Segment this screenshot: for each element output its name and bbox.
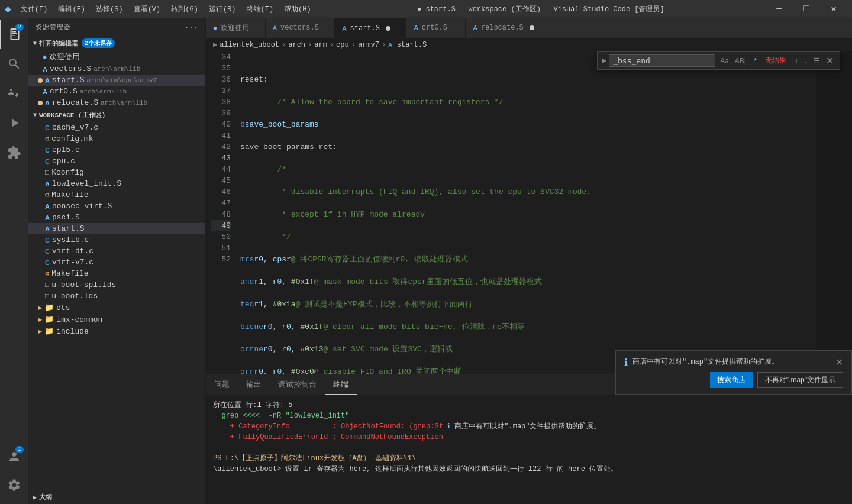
- open-file-crt0[interactable]: A crt0.S arch\arm\lib: [28, 86, 205, 97]
- folder-dts[interactable]: ▶ 📁 dts: [28, 302, 205, 314]
- activity-settings[interactable]: [0, 471, 28, 499]
- open-file-relocate[interactable]: A relocate.S arch\arm\lib: [28, 97, 205, 108]
- activity-account[interactable]: 1: [0, 442, 28, 471]
- breadcrumb-arm[interactable]: arm: [314, 41, 327, 49]
- folder-imx-common[interactable]: ▶ 📁 imx-common: [28, 314, 205, 325]
- minimize-button[interactable]: ─: [766, 0, 793, 18]
- tab-welcome-icon: ◆: [213, 24, 217, 33]
- open-file-welcome[interactable]: ◆ 欢迎使用: [28, 50, 205, 63]
- term-line-7: \alientek_uboot> 设置 lr 寄存器为 here, 这样后面执行…: [213, 464, 845, 474]
- menu-terminal[interactable]: 终端(T): [242, 3, 279, 15]
- activity-search[interactable]: [0, 50, 28, 78]
- find-regex-btn[interactable]: .*: [750, 56, 759, 66]
- menu-run[interactable]: 运行(R): [204, 3, 241, 15]
- notification-actions: 搜索商店 不再对".map"文件显示: [624, 372, 843, 388]
- file-psci[interactable]: A psci.S: [28, 212, 205, 223]
- notification-close-btn[interactable]: ✕: [835, 357, 843, 368]
- svg-rect-1: [12, 33, 17, 34]
- minimap: [816, 51, 852, 374]
- find-prev-btn[interactable]: ↑: [792, 56, 801, 66]
- find-select-all-btn[interactable]: ☰: [811, 56, 822, 66]
- breadcrumb-cpu[interactable]: cpu: [336, 41, 349, 49]
- open-file-starts[interactable]: A start.S arch\arm\cpu\armv7: [28, 75, 205, 86]
- search-store-btn[interactable]: 搜索商店: [710, 372, 753, 388]
- main-layout: 2 1 资源管理器 ···: [0, 18, 852, 504]
- file-syslib[interactable]: C syslib.c: [28, 234, 205, 245]
- folder-include[interactable]: ▶ 📁 include: [28, 325, 205, 337]
- open-file-vectors[interactable]: A vectors.S arch\arm\lib: [28, 63, 205, 75]
- activity-run[interactable]: [0, 109, 28, 137]
- file-lowlevel_init[interactable]: A lowlevel_init.S: [28, 178, 205, 189]
- find-input[interactable]: [609, 54, 715, 67]
- breadcrumb-alientek[interactable]: alientek_uboot: [220, 41, 279, 49]
- menu-view[interactable]: 查看(V): [129, 3, 166, 15]
- notification-info-icon: ℹ: [624, 357, 628, 369]
- file-kconfig[interactable]: □ Kconfig: [28, 167, 205, 178]
- titlebar: ◆ 文件(F) 编辑(E) 选择(S) 查看(V) 转到(G) 运行(R) 终端…: [0, 0, 852, 18]
- find-word-btn[interactable]: AB|: [732, 56, 748, 66]
- activitybar-bottom: 1: [0, 442, 28, 504]
- terminal-content[interactable]: 所在位置 行:1 字符: 5 + grep <<<< -nR "lowlevel…: [206, 395, 852, 504]
- file-config_mk[interactable]: ⚙ config.mk: [28, 133, 205, 144]
- term-line-4: + FullyQualifiedErrorId : CommandNotFoun…: [213, 432, 845, 442]
- activity-extensions[interactable]: [0, 138, 28, 167]
- file-u-boot-spl[interactable]: □ u-boot-spl.lds: [28, 279, 205, 290]
- tab-crt0[interactable]: A crt0.S ✕: [406, 18, 466, 38]
- menu-goto[interactable]: 转到(G): [166, 3, 203, 15]
- file-virt-v7[interactable]: C virt-v7.c: [28, 257, 205, 268]
- tab-starts[interactable]: A start.S ✕: [335, 18, 406, 38]
- breadcrumb-starts[interactable]: start.S: [397, 41, 427, 49]
- file-cp15[interactable]: C cp15.c: [28, 144, 205, 156]
- tab-relocate[interactable]: A relocate.S ✕: [466, 18, 550, 38]
- close-button[interactable]: ✕: [820, 0, 847, 18]
- activity-bar: 2 1: [0, 18, 28, 504]
- file-virt-dt[interactable]: C virt-dt.c: [28, 245, 205, 257]
- menu-file[interactable]: 文件(F): [16, 3, 53, 15]
- file-cpu[interactable]: C cpu.c: [28, 156, 205, 167]
- menu-help[interactable]: 帮助(H): [279, 3, 316, 15]
- sidebar-header: 资源管理器 ···: [28, 18, 205, 36]
- file-cache_v7[interactable]: C cache_v7.c: [28, 122, 205, 133]
- file-nonsec_virt[interactable]: A nonsec_virt.S: [28, 201, 205, 212]
- find-case-btn[interactable]: Aa: [718, 56, 731, 66]
- panel-tab-debug[interactable]: 调试控制台: [270, 374, 325, 395]
- code-line-46: bicne r0, r0, #0x1f @ clear all mode bit…: [240, 321, 812, 332]
- sidebar-more[interactable]: ···: [185, 24, 198, 31]
- no-show-btn[interactable]: 不再对".map"文件显示: [757, 372, 843, 388]
- editor-area: ◆ 欢迎使用 ✕ A vectors.S ✕ A start.S ✕ A crt…: [206, 18, 852, 504]
- file-makefile2[interactable]: ⚙ Makefile: [28, 268, 205, 279]
- activity-source-control[interactable]: [0, 79, 28, 108]
- activity-explorer[interactable]: 2: [0, 20, 28, 49]
- menu-select[interactable]: 选择(S): [91, 3, 128, 15]
- open-editors-header[interactable]: ▼ 打开的编辑器 2个未保存: [28, 36, 205, 50]
- find-next-btn[interactable]: ↓: [802, 56, 810, 66]
- file-start-s[interactable]: A start.S: [28, 223, 205, 234]
- breadcrumb-armv7[interactable]: armv7: [358, 41, 379, 49]
- tab-vectors[interactable]: A vectors.S ✕: [266, 18, 335, 38]
- tab-crt0-icon: A: [414, 24, 418, 31]
- notification-text: 商店中有可以对".map"文件提供帮助的扩展。: [632, 357, 831, 368]
- code-line-43: mrs r0, cpsr @ 将CPSR寄存器里面的值读到r0, 读取处理器模式: [240, 254, 812, 265]
- panel-tab-problems[interactable]: 问题: [206, 374, 238, 395]
- workspace-header[interactable]: ▼ WORKSPACE (工作区): [28, 108, 205, 122]
- code-line-36: /* Allow the board to save important reg…: [240, 96, 812, 108]
- tab-relocate-modified: [530, 25, 534, 30]
- code-editor[interactable]: reset: /* Allow the board to save import…: [235, 51, 816, 374]
- file-makefile1[interactable]: ⚙ Makefile: [28, 189, 205, 201]
- outline-header[interactable]: ▶ 大纲: [28, 490, 205, 504]
- find-close-btn[interactable]: ✕: [825, 55, 835, 66]
- store-notification-body: ℹ 商店中有可以对".map"文件提供帮助的扩展。 ✕: [624, 357, 843, 369]
- menu-edit[interactable]: 编辑(E): [53, 3, 90, 15]
- panel-tab-output[interactable]: 输出: [238, 374, 270, 395]
- open-editors-section: ▼ 打开的编辑器 2个未保存 ◆ 欢迎使用 A vectors.S arch\a…: [28, 36, 205, 108]
- account-badge: 1: [15, 446, 24, 453]
- modified-dot: [38, 78, 43, 83]
- tab-relocate-icon: A: [473, 24, 477, 31]
- find-arrow: ▶: [602, 56, 606, 65]
- maximize-button[interactable]: □: [793, 0, 820, 18]
- file-u-boot-lds[interactable]: □ u-boot.lds: [28, 290, 205, 302]
- line-numbers: 34 35 36 37 38 39 40 41 42 43 44 45 46 4…: [206, 51, 235, 374]
- breadcrumb-arch[interactable]: arch: [288, 41, 305, 49]
- tab-welcome[interactable]: ◆ 欢迎使用 ✕: [206, 18, 266, 38]
- panel-tab-terminal[interactable]: 终端: [325, 374, 357, 395]
